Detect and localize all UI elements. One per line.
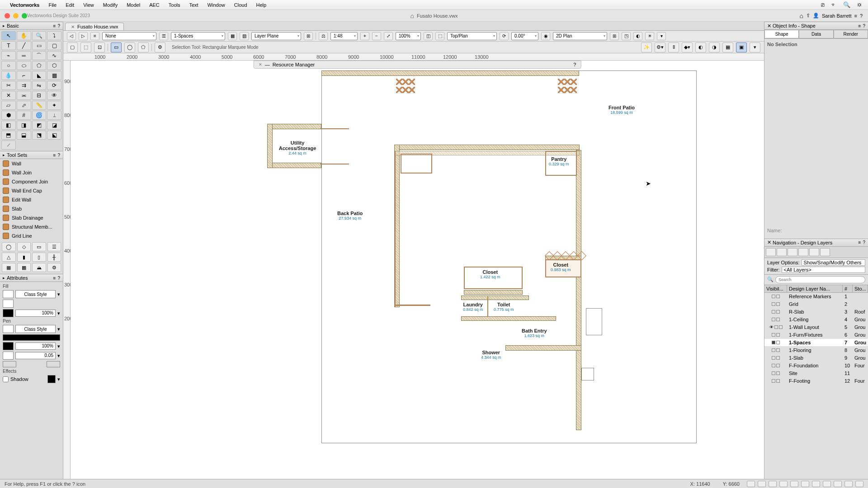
selection-indicator-icon[interactable]: ▣ [736, 42, 747, 52]
layer-row[interactable]: Site11 [764, 370, 868, 377]
mode-rectangular[interactable]: ▭ [111, 42, 122, 52]
mirror-tool[interactable]: ⇋ [32, 81, 47, 90]
unified-view-icon[interactable]: ⊞ [304, 32, 313, 40]
spotlight-icon[interactable]: 🔍 [843, 1, 850, 8]
panel-menu-icon[interactable]: ≡ [854, 13, 857, 19]
railing-tool[interactable]: ╫ [47, 253, 61, 262]
tape-measure-tool[interactable]: ⟂ [47, 111, 61, 120]
selection-tool[interactable]: ↖ [1, 31, 16, 40]
polygon-tool[interactable]: ⬠ [32, 61, 47, 70]
spiral-tool[interactable]: 🌀 [32, 111, 47, 120]
shadow-menu[interactable]: ▾ [57, 376, 60, 382]
toolset-edit-wall[interactable]: Edit Wall [0, 195, 63, 204]
pen-menu-icon[interactable]: ▾ [57, 326, 60, 332]
offset-tool[interactable]: ⇉ [17, 81, 31, 90]
push-pull-icon[interactable]: ⇕ [668, 42, 679, 52]
snap-master-icon[interactable] [834, 481, 842, 487]
ceiling-tool[interactable]: ▦ [2, 263, 16, 272]
layer-row[interactable]: R-Slab3Roof [764, 308, 868, 316]
number-stamp-tool[interactable]: # [17, 111, 31, 120]
oip-tab-shape[interactable]: Shape [764, 30, 799, 38]
snap-smart-edge-icon[interactable] [801, 481, 809, 487]
flyover-icon[interactable]: ⤵ [47, 31, 61, 40]
shadow-checkbox[interactable] [3, 376, 9, 382]
rectangle-tool[interactable]: ▭ [32, 41, 47, 50]
fill-class-style[interactable]: Class Style [15, 290, 56, 298]
nav-classes-icon[interactable] [766, 248, 776, 256]
close-icon[interactable]: ✕ [767, 23, 771, 29]
nav-sheets-icon[interactable] [798, 248, 808, 256]
pilaster-tool[interactable]: ▯ [32, 253, 46, 262]
toolset-slab-drainage[interactable]: Slab Drainage [0, 213, 63, 222]
line-start-marker[interactable] [3, 361, 16, 367]
quick-prefs-icon[interactable]: ▾ [750, 42, 760, 52]
lights-icon[interactable]: ◑ [709, 42, 720, 52]
close-icon[interactable]: ✕ [767, 239, 771, 245]
symbol-tool[interactable]: ⬢ [1, 111, 16, 120]
door-tool[interactable]: ◇ [17, 242, 31, 251]
move-page-tool[interactable]: ▱ [1, 101, 16, 110]
color-icon[interactable]: ◆▾ [682, 42, 693, 52]
pen-class-style[interactable]: Class Style [15, 325, 56, 333]
snap-intersect-icon[interactable] [779, 481, 788, 487]
site-model-tool[interactable]: ⛰ [32, 263, 46, 272]
pan-tool[interactable]: ✋ [17, 31, 31, 40]
resource-manager-bar[interactable]: ✕—Resource Manager? [254, 61, 581, 69]
split-tool[interactable]: ✕ [1, 91, 16, 100]
heliodon-icon[interactable]: ☀ [645, 32, 654, 40]
menu-view[interactable]: View [79, 2, 99, 8]
layers-icon[interactable]: ☰ [159, 32, 168, 40]
line-tool[interactable]: ╱ [17, 41, 31, 50]
menu-tools[interactable]: Tools [164, 2, 185, 8]
pen-type-picker[interactable] [3, 325, 14, 333]
view-3d-icon[interactable]: ⬚ [435, 32, 444, 40]
toolset-wall[interactable]: Wall [0, 159, 63, 168]
window-tool[interactable]: ▭ [32, 242, 46, 251]
layer-dropdown[interactable]: 1-Spaces [171, 32, 225, 40]
oip-tab-data[interactable]: Data [799, 30, 833, 38]
menu-model[interactable]: Model [122, 2, 145, 8]
plane-dropdown[interactable]: Layer Plane [251, 32, 301, 40]
snap-tangent-icon[interactable] [823, 481, 831, 487]
shaded-icon[interactable]: ◐ [695, 42, 706, 52]
oip-header[interactable]: ✕ Object Info - Shape≡? [764, 22, 868, 30]
walkthrough-icon[interactable]: ▦ [722, 42, 733, 52]
layer-row[interactable]: 1-Slab9Grou [764, 354, 868, 362]
toolset-slab[interactable]: Slab [0, 204, 63, 213]
wand-icon[interactable]: ✨ [641, 42, 652, 52]
attributes-header[interactable]: ▸Attributes≡? [0, 274, 63, 282]
extra-tool-9[interactable]: ⟋ [1, 141, 16, 150]
arc-tool[interactable]: ⌒ [32, 51, 47, 60]
clip-tool[interactable]: ✂ [1, 81, 16, 90]
fit-icon[interactable]: ⤢ [384, 32, 393, 40]
rotate-tool[interactable]: ⟳ [47, 81, 61, 90]
pen-opacity-menu[interactable]: ▾ [57, 343, 60, 349]
nav-header[interactable]: ✕ Navigation - Design Layers≡? [764, 239, 868, 247]
oval-tool[interactable]: ⬭ [17, 61, 31, 70]
menu-help[interactable]: Help [252, 2, 271, 8]
line-weight-menu[interactable]: ▾ [57, 353, 60, 359]
toolsets-header[interactable]: ▸Tool Sets≡? [0, 151, 63, 159]
window-controls[interactable] [5, 13, 27, 19]
user-icon[interactable]: 👤 [813, 13, 819, 19]
scale-dropdown[interactable]: 1:48 [330, 32, 358, 40]
nav-stories-icon[interactable] [788, 248, 797, 256]
snap-object-icon[interactable] [758, 481, 766, 487]
home-user-icon[interactable]: ⌂ [800, 12, 803, 19]
back-view-icon[interactable]: ◁ [67, 32, 76, 40]
render-icon[interactable]: ◉ [541, 32, 550, 40]
gear-icon[interactable]: ⚙ [47, 263, 61, 272]
mode-polygon[interactable]: ⬠ [138, 42, 149, 52]
text-tool[interactable]: T [1, 41, 16, 50]
extra-tool-1[interactable]: ◧ [1, 121, 16, 130]
rotate-icon[interactable]: ⟳ [500, 32, 509, 40]
layer-row[interactable]: F-Foundation10Four [764, 362, 868, 370]
menu-window[interactable]: Window [203, 2, 230, 8]
mode-1[interactable]: ▢ [67, 42, 78, 52]
extra-tool-8[interactable]: ⬕ [47, 131, 61, 140]
zoom-out-icon[interactable]: − [372, 32, 381, 40]
double-line-tool[interactable]: ═ [17, 51, 31, 60]
toolset-component-join[interactable]: Component Join [0, 177, 63, 186]
fill-menu-icon[interactable]: ▾ [57, 291, 60, 297]
clip-cube-icon[interactable]: ◳ [622, 32, 631, 40]
